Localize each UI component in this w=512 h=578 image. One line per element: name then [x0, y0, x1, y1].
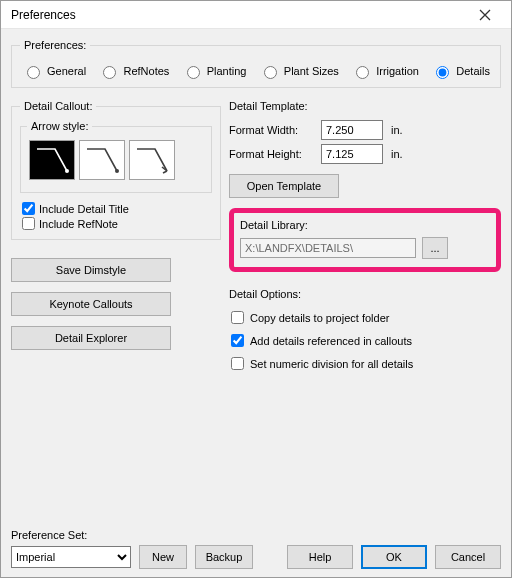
radio-refnotes-label: RefNotes	[123, 65, 169, 77]
check-add-referenced[interactable]: Add details referenced in callouts	[229, 329, 501, 352]
radio-irrigation-input[interactable]	[356, 66, 369, 79]
preferences-radios: General RefNotes Planting Plant Sizes Ir…	[20, 59, 492, 79]
arrow-style-2[interactable]	[79, 140, 125, 180]
group-preferences: Preferences: General RefNotes Planting P…	[11, 39, 501, 88]
radio-refnotes[interactable]: RefNotes	[98, 63, 169, 79]
new-button[interactable]: New	[139, 545, 187, 569]
radio-details-label: Details	[456, 65, 490, 77]
radio-planting-label: Planting	[207, 65, 247, 77]
open-template-button[interactable]: Open Template	[229, 174, 339, 198]
radio-planting-input[interactable]	[187, 66, 200, 79]
radio-planting[interactable]: Planting	[182, 63, 247, 79]
format-height-input[interactable]	[321, 144, 383, 164]
check-include-detail-title[interactable]: Include Detail Title	[20, 201, 212, 216]
close-icon[interactable]	[467, 4, 503, 26]
group-preferences-legend: Preferences:	[20, 39, 90, 51]
check-set-numeric-input[interactable]	[231, 357, 244, 370]
arrow-styles	[27, 136, 205, 186]
radio-plant-sizes-input[interactable]	[264, 66, 277, 79]
group-arrow-style: Arrow style:	[20, 120, 212, 193]
bottom-band: Preference Set: Imperial New Backup Help…	[11, 523, 501, 569]
detail-template-label: Detail Template:	[229, 100, 501, 112]
radio-details-input[interactable]	[436, 66, 449, 79]
radio-general-input[interactable]	[27, 66, 40, 79]
detail-explorer-button[interactable]: Detail Explorer	[11, 326, 171, 350]
save-dimstyle-button[interactable]: Save Dimstyle	[11, 258, 171, 282]
column-left: Detail Callout: Arrow style:	[11, 96, 221, 523]
radio-plant-sizes-label: Plant Sizes	[284, 65, 339, 77]
arrow-style-3[interactable]	[129, 140, 175, 180]
check-include-refnote[interactable]: Include RefNote	[20, 216, 212, 231]
detail-options-label: Detail Options:	[229, 288, 501, 300]
check-set-numeric[interactable]: Set numeric division for all details	[229, 352, 501, 375]
check-copy-details-label: Copy details to project folder	[250, 312, 389, 324]
format-height-label: Format Height:	[229, 148, 321, 160]
format-width-label: Format Width:	[229, 124, 321, 136]
columns: Detail Callout: Arrow style:	[11, 96, 501, 523]
format-width-input[interactable]	[321, 120, 383, 140]
keynote-callouts-button[interactable]: Keynote Callouts	[11, 292, 171, 316]
detail-library-row: ...	[240, 237, 490, 259]
check-add-referenced-label: Add details referenced in callouts	[250, 335, 412, 347]
ok-button[interactable]: OK	[361, 545, 427, 569]
row-format-width: Format Width: in.	[229, 118, 501, 142]
preference-set-combo[interactable]: Imperial	[11, 546, 131, 568]
column-right: Detail Template: Format Width: in. Forma…	[229, 96, 501, 523]
check-include-refnote-label: Include RefNote	[39, 218, 118, 230]
radio-plant-sizes[interactable]: Plant Sizes	[259, 63, 339, 79]
radio-details[interactable]: Details	[431, 63, 490, 79]
check-set-numeric-label: Set numeric division for all details	[250, 358, 413, 370]
radio-irrigation[interactable]: Irrigation	[351, 63, 419, 79]
radio-irrigation-label: Irrigation	[376, 65, 419, 77]
detail-library-label: Detail Library:	[240, 219, 490, 231]
preference-set-label: Preference Set:	[11, 529, 253, 541]
detail-library-path[interactable]	[240, 238, 416, 258]
check-copy-details-input[interactable]	[231, 311, 244, 324]
format-height-unit: in.	[391, 148, 403, 160]
check-copy-details[interactable]: Copy details to project folder	[229, 306, 501, 329]
titlebar: Preferences	[1, 1, 511, 29]
detail-library-highlight: Detail Library: ...	[229, 208, 501, 272]
svg-point-0	[65, 169, 69, 173]
check-add-referenced-input[interactable]	[231, 334, 244, 347]
check-include-detail-title-input[interactable]	[22, 202, 35, 215]
window-preferences: Preferences Preferences: General RefNote…	[0, 0, 512, 578]
radio-general[interactable]: General	[22, 63, 86, 79]
backup-button[interactable]: Backup	[195, 545, 253, 569]
cancel-button[interactable]: Cancel	[435, 545, 501, 569]
svg-point-1	[115, 169, 119, 173]
arrow-style-1[interactable]	[29, 140, 75, 180]
group-detail-callout: Detail Callout: Arrow style:	[11, 100, 221, 240]
row-format-height: Format Height: in.	[229, 142, 501, 166]
group-arrow-style-legend: Arrow style:	[27, 120, 92, 132]
preference-set: Preference Set: Imperial New Backup	[11, 529, 253, 569]
client-area: Preferences: General RefNotes Planting P…	[1, 29, 511, 577]
help-button[interactable]: Help	[287, 545, 353, 569]
radio-general-label: General	[47, 65, 86, 77]
check-include-detail-title-label: Include Detail Title	[39, 203, 129, 215]
window-title: Preferences	[11, 8, 467, 22]
browse-button[interactable]: ...	[422, 237, 448, 259]
check-include-refnote-input[interactable]	[22, 217, 35, 230]
radio-refnotes-input[interactable]	[103, 66, 116, 79]
group-detail-callout-legend: Detail Callout:	[20, 100, 96, 112]
format-width-unit: in.	[391, 124, 403, 136]
